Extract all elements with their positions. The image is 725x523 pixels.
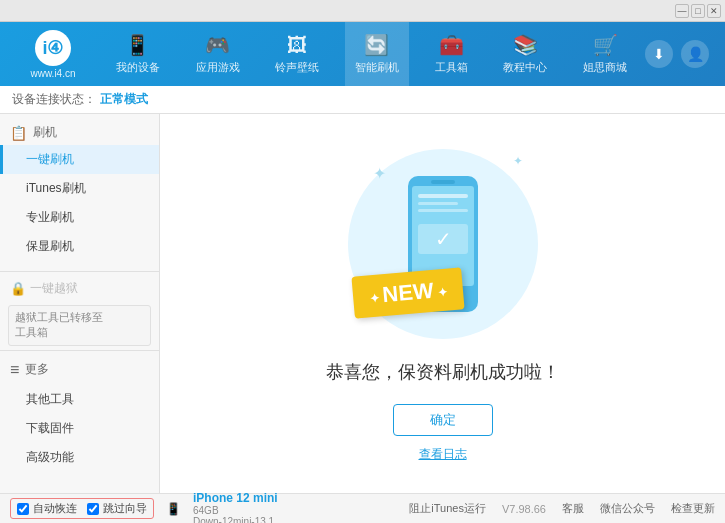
customer-service-link[interactable]: 客服 [562,501,584,516]
success-title: 恭喜您，保资料刷机成功啦！ [326,360,560,384]
nav-my-device-label: 我的设备 [116,60,160,75]
sidebar-flash-header[interactable]: 📋 刷机 [0,120,159,145]
download-button[interactable]: ⬇ [645,40,673,68]
sidebar-flash-label: 刷机 [33,124,57,141]
status-bar: 设备连接状态： 正常模式 [0,86,725,114]
sidebar-flash-section: 📋 刷机 一键刷机 iTunes刷机 专业刷机 保显刷机 [0,114,159,267]
nav-toolbox[interactable]: 🧰 工具箱 [425,22,478,86]
sidebar-more-header: ≡ 更多 [0,355,159,385]
skip-wizard-label: 跳过向导 [103,501,147,516]
sidebar-divider-1 [0,271,159,272]
title-bar: — □ ✕ [0,0,725,22]
sparkle-tl-icon: ✦ [373,164,386,183]
nav-toolbox-label: 工具箱 [435,60,468,75]
header-right: ⬇ 👤 [645,40,717,68]
sidebar-item-download-fw[interactable]: 下载固件 [0,414,159,443]
store-icon: 🛒 [593,33,618,57]
device-model: Down-12mini-13.1 [193,516,278,524]
wechat-link[interactable]: 微信公众号 [600,501,655,516]
device-info: iPhone 12 mini 64GB Down-12mini-13.1 [193,491,278,524]
main-layout: 📋 刷机 一键刷机 iTunes刷机 专业刷机 保显刷机 🔒 一键越狱 越狱工具… [0,114,725,493]
sidebar-item-itunes[interactable]: iTunes刷机 [0,174,159,203]
check-update-link[interactable]: 检查更新 [671,501,715,516]
auto-connect-label: 自动恢连 [33,501,77,516]
nav-wallpaper[interactable]: 🖼 铃声壁纸 [265,22,329,86]
device-storage: 64GB [193,505,278,516]
device-icon: 📱 [166,502,181,516]
svg-rect-2 [431,180,455,184]
smart-flash-icon: 🔄 [364,33,389,57]
nav-apps[interactable]: 🎮 应用游戏 [186,22,250,86]
my-device-icon: 📱 [125,33,150,57]
logo-area[interactable]: i④ www.i4.cn [8,30,98,79]
nav-store[interactable]: 🛒 姐思商城 [573,22,637,86]
auto-connect-input[interactable] [17,503,29,515]
stop-itunes-btn[interactable]: 阻止iTunes运行 [409,501,486,516]
svg-rect-4 [418,194,468,198]
account-button[interactable]: 👤 [681,40,709,68]
sidebar-item-other-tools[interactable]: 其他工具 [0,385,159,414]
nav-bar: 📱 我的设备 🎮 应用游戏 🖼 铃声壁纸 🔄 智能刷机 🧰 工具箱 📚 教程中心… [98,22,645,86]
sidebar-item-pro[interactable]: 专业刷机 [0,203,159,232]
nav-store-label: 姐思商城 [583,60,627,75]
success-illustration: ✦ ✦ ✓ NEW [343,144,543,344]
sidebar-item-one-click[interactable]: 一键刷机 [0,145,159,174]
svg-text:✓: ✓ [434,228,451,250]
logo-url: www.i4.cn [30,68,75,79]
nav-smart-flash[interactable]: 🔄 智能刷机 [345,22,409,86]
lock-icon: 🔒 [10,281,26,296]
sparkle-tr-icon: ✦ [513,154,523,168]
nav-wallpaper-label: 铃声壁纸 [275,60,319,75]
svg-rect-6 [418,209,468,212]
confirm-button[interactable]: 确定 [393,404,493,436]
status-prefix: 设备连接状态： [12,91,96,108]
more-icon: ≡ [10,361,19,379]
toolbox-icon: 🧰 [439,33,464,57]
minimize-button[interactable]: — [675,4,689,18]
svg-rect-5 [418,202,458,205]
status-value: 正常模式 [100,91,148,108]
bottom-left: 自动恢连 跳过向导 📱 iPhone 12 mini 64GB Down-12m… [10,491,278,524]
logo-icon: i④ [35,30,71,66]
nav-my-device[interactable]: 📱 我的设备 [106,22,170,86]
sidebar: 📋 刷机 一键刷机 iTunes刷机 专业刷机 保显刷机 🔒 一键越狱 越狱工具… [0,114,160,493]
version-label: V7.98.66 [502,503,546,515]
nav-tutorial[interactable]: 📚 教程中心 [493,22,557,86]
checkboxes-group: 自动恢连 跳过向导 [10,498,154,519]
sidebar-jailbreak-warning: 越狱工具已转移至工具箱 [8,305,151,346]
close-button[interactable]: ✕ [707,4,721,18]
content-area: ✦ ✦ ✓ NEW 恭喜您，保资料刷机成功啦！ 确定 查看日志 [160,114,725,493]
flash-section-icon: 📋 [10,125,27,141]
skip-wizard-checkbox[interactable]: 跳过向导 [87,501,147,516]
maximize-button[interactable]: □ [691,4,705,18]
device-name: iPhone 12 mini [193,491,278,505]
sidebar-item-advanced[interactable]: 高级功能 [0,443,159,472]
nav-tutorial-label: 教程中心 [503,60,547,75]
bottom-bar: 自动恢连 跳过向导 📱 iPhone 12 mini 64GB Down-12m… [0,493,725,523]
sidebar-jailbreak-label: 一键越狱 [30,280,78,297]
wallpaper-icon: 🖼 [287,34,307,57]
sidebar-jailbreak-header: 🔒 一键越狱 [0,276,159,301]
goto-log-link[interactable]: 查看日志 [419,446,467,463]
sidebar-more-label: 更多 [25,361,49,378]
apps-icon: 🎮 [205,33,230,57]
sidebar-item-save-data[interactable]: 保显刷机 [0,232,159,261]
skip-wizard-input[interactable] [87,503,99,515]
sidebar-divider-2 [0,350,159,351]
auto-connect-checkbox[interactable]: 自动恢连 [17,501,77,516]
nav-apps-label: 应用游戏 [196,60,240,75]
header: i④ www.i4.cn 📱 我的设备 🎮 应用游戏 🖼 铃声壁纸 🔄 智能刷机… [0,22,725,86]
nav-smart-flash-label: 智能刷机 [355,60,399,75]
bottom-right: 阻止iTunes运行 V7.98.66 客服 微信公众号 检查更新 [409,501,715,516]
tutorial-icon: 📚 [513,33,538,57]
